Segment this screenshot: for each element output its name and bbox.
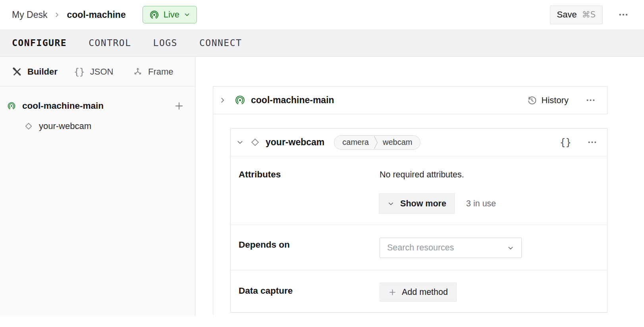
- mode-tab-label: JSON: [90, 67, 114, 77]
- depends-on-placeholder: Search resources: [387, 243, 454, 253]
- chevron-down-icon: [388, 200, 394, 207]
- mode-tab-label: Builder: [27, 67, 58, 77]
- component-card-header: your-webcam camera webcam {}: [231, 129, 607, 156]
- attributes-label: Attributes: [239, 169, 281, 180]
- breadcrumb-parent[interactable]: My Desk: [12, 10, 47, 20]
- mode-tab-frame[interactable]: Frame: [133, 57, 174, 87]
- api-model-badge: camera webcam: [334, 135, 420, 150]
- config-sidebar: Builder {} JSON Frame: [0, 57, 195, 316]
- chevron-down-icon: [184, 12, 190, 18]
- tab-control[interactable]: CONTROL: [89, 38, 131, 48]
- frame-axes-icon: [133, 67, 143, 77]
- save-button-label: Save: [557, 10, 577, 20]
- show-more-button[interactable]: Show more: [379, 193, 455, 214]
- depends-on-select[interactable]: Search resources: [380, 238, 522, 258]
- machine-part-broadcast-icon: [7, 102, 16, 110]
- api-badge-segment: camera: [334, 138, 374, 147]
- depends-on-label: Depends on: [239, 240, 290, 250]
- machine-menu-button[interactable]: [615, 6, 632, 23]
- history-clock-icon: [526, 95, 537, 106]
- machine-status-dropdown[interactable]: Live: [143, 6, 197, 23]
- component-card: your-webcam camera webcam {} Attributes …: [230, 128, 607, 313]
- component-diamond-icon: [250, 137, 260, 148]
- add-method-button[interactable]: Add method: [380, 283, 457, 302]
- data-capture-label: Data capture: [239, 286, 293, 296]
- history-label: History: [542, 95, 569, 106]
- plus-icon: [388, 288, 397, 296]
- chevron-down-icon: [507, 244, 514, 252]
- show-more-label: Show more: [400, 199, 446, 209]
- braces-icon: {}: [74, 67, 85, 77]
- component-title: your-webcam: [266, 137, 324, 148]
- data-capture-section: Data capture Add method: [231, 270, 607, 313]
- machine-part-broadcast-icon: [235, 95, 245, 106]
- machine-part-menu-button[interactable]: [583, 93, 598, 108]
- machine-part-card: cool-machine-main History: [213, 86, 607, 114]
- machine-part-title: cool-machine-main: [251, 95, 334, 106]
- edit-json-braces-icon[interactable]: {}: [560, 137, 571, 148]
- tree-item-machine-part[interactable]: cool-machine-main: [7, 97, 186, 115]
- sidebar-mode-tabs: Builder {} JSON Frame: [0, 57, 195, 87]
- machine-status-label: Live: [164, 10, 179, 20]
- component-menu-button[interactable]: [585, 135, 599, 150]
- component-diamond-icon: [24, 121, 33, 131]
- broadcast-icon: [149, 10, 159, 20]
- app-window: My Desk cool-machine Live Save ⌘S: [0, 0, 644, 327]
- attributes-empty-text: No required attributes.: [380, 170, 464, 180]
- attributes-section: Attributes No required attributes. Show …: [231, 156, 607, 225]
- mode-tab-label: Frame: [148, 67, 174, 77]
- add-component-button[interactable]: [172, 99, 186, 113]
- mode-tab-json[interactable]: {} JSON: [74, 57, 113, 87]
- tab-configure[interactable]: CONFIGURE: [12, 38, 67, 48]
- attributes-usage-count: 3 in use: [466, 199, 496, 209]
- breadcrumb-chevron-icon: [54, 12, 60, 18]
- badge-separator-chevron-icon: [374, 135, 378, 150]
- mode-tab-builder[interactable]: Builder: [12, 57, 58, 87]
- add-method-label: Add method: [402, 287, 448, 297]
- depends-on-section: Depends on Search resources: [231, 225, 607, 270]
- collapse-chevron-down-icon[interactable]: [236, 138, 244, 146]
- save-button[interactable]: Save ⌘S: [550, 6, 603, 24]
- tree-item-label: your-webcam: [39, 121, 91, 131]
- tab-connect[interactable]: CONNECT: [199, 38, 242, 48]
- history-button[interactable]: History: [526, 95, 569, 106]
- expand-chevron-right-icon[interactable]: [219, 96, 226, 104]
- nesting-connector-line: [213, 114, 213, 315]
- tree-item-component[interactable]: your-webcam: [24, 117, 186, 135]
- tab-logs[interactable]: LOGS: [153, 38, 177, 48]
- top-bar: My Desk cool-machine Live Save ⌘S: [0, 0, 644, 29]
- breadcrumb-machine-name: cool-machine: [67, 10, 125, 20]
- tree-item-label: cool-machine-main: [22, 101, 104, 111]
- model-badge-segment: webcam: [378, 138, 420, 147]
- builder-tools-icon: [12, 67, 22, 77]
- nav-tab-bar: CONFIGURE CONTROL LOGS CONNECT: [0, 29, 644, 57]
- save-shortcut-hint: ⌘S: [582, 10, 596, 19]
